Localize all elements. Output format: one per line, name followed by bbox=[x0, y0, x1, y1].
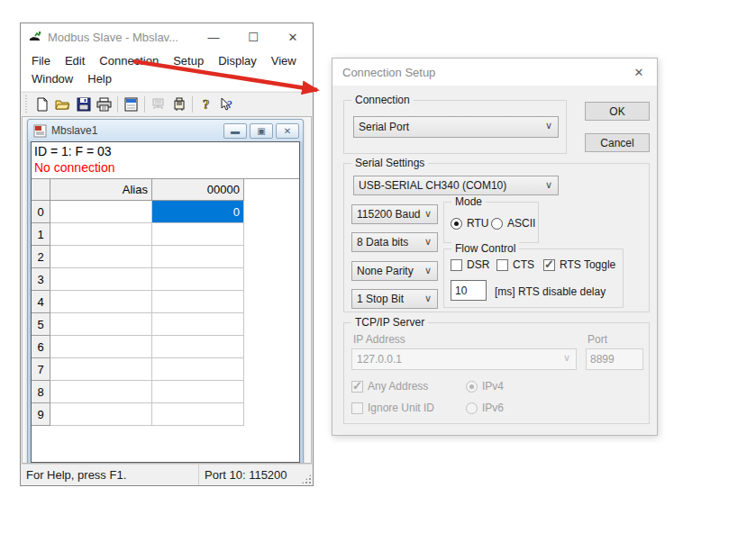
row-header[interactable]: 2 bbox=[32, 246, 50, 268]
row-header[interactable]: 4 bbox=[32, 291, 50, 313]
serial-port-dropdown[interactable]: USB-SERIAL CH340 (COM10) ∨ bbox=[353, 176, 559, 195]
alias-cell[interactable] bbox=[50, 381, 152, 403]
grid-row-2: 2 bbox=[32, 246, 299, 268]
mode-group: Mode RTU ASCII bbox=[443, 202, 539, 243]
help-button[interactable]: ? bbox=[196, 95, 216, 114]
value-cell[interactable] bbox=[152, 291, 244, 313]
alias-cell[interactable] bbox=[50, 336, 152, 358]
value-cell-selected[interactable]: 0 bbox=[152, 201, 244, 223]
value-cell[interactable] bbox=[152, 313, 244, 336]
ipv4-radio[interactable]: IPv4 bbox=[466, 380, 504, 393]
row-header[interactable]: 6 bbox=[32, 336, 50, 358]
ipv6-label: IPv6 bbox=[482, 402, 504, 414]
toolbar: ? ? bbox=[21, 92, 313, 116]
value-cell[interactable] bbox=[152, 223, 244, 246]
mbslave1-titlebar[interactable]: Mbslave1 ▬ ▣ ✕ bbox=[28, 120, 303, 141]
row-header[interactable]: 5 bbox=[32, 313, 50, 336]
menu-view[interactable]: View bbox=[264, 52, 304, 70]
grid-row-7: 7 bbox=[32, 358, 299, 381]
alias-cell[interactable] bbox=[50, 201, 152, 223]
menu-file[interactable]: File bbox=[24, 52, 58, 70]
menu-display[interactable]: Display bbox=[211, 52, 264, 70]
value-cell[interactable] bbox=[152, 336, 244, 358]
display-definition-button[interactable] bbox=[121, 95, 141, 114]
chevron-down-icon: ∨ bbox=[423, 236, 433, 248]
save-button[interactable] bbox=[73, 95, 94, 114]
cts-checkbox[interactable]: CTS bbox=[496, 258, 534, 271]
main-titlebar[interactable]: Modbus Slave - Mbslav... — ☐ ✕ bbox=[21, 23, 313, 50]
menu-edit[interactable]: Edit bbox=[58, 52, 92, 70]
doc-minimize-button[interactable]: ▬ bbox=[223, 123, 247, 139]
menu-connection[interactable]: Connection bbox=[92, 52, 166, 70]
ip-address-dropdown[interactable]: 127.0.0.1 ∨ bbox=[351, 348, 577, 370]
alias-cell[interactable] bbox=[50, 268, 152, 291]
cancel-button[interactable]: Cancel bbox=[585, 133, 650, 152]
doc-restore-button[interactable]: ▣ bbox=[250, 123, 273, 139]
ipv6-radio[interactable]: IPv6 bbox=[466, 402, 504, 414]
connection-type-dropdown[interactable]: Serial Port ∨ bbox=[353, 116, 559, 138]
open-file-button[interactable] bbox=[52, 95, 73, 114]
value-column-header[interactable]: 00000 bbox=[152, 179, 244, 201]
value-cell[interactable] bbox=[152, 246, 244, 268]
maximize-button[interactable]: ☐ bbox=[233, 23, 273, 50]
menu-setup[interactable]: Setup bbox=[166, 52, 211, 70]
ascii-radio[interactable]: ASCII bbox=[491, 217, 535, 230]
value-cell[interactable] bbox=[152, 403, 244, 426]
toolbar-grip bbox=[24, 95, 29, 113]
alias-cell[interactable] bbox=[50, 403, 152, 426]
row-header[interactable]: 8 bbox=[32, 381, 50, 403]
alias-column-header[interactable]: Alias bbox=[50, 179, 152, 201]
ok-button[interactable]: OK bbox=[585, 102, 650, 121]
svg-text:?: ? bbox=[203, 97, 210, 112]
print-button[interactable] bbox=[94, 95, 114, 114]
flow-control-group-label: Flow Control bbox=[451, 242, 519, 255]
stop-bits-dropdown[interactable]: 1 Stop Bit ∨ bbox=[351, 289, 438, 309]
doc-close-button[interactable]: ✕ bbox=[276, 123, 299, 139]
close-button[interactable]: ✕ bbox=[273, 23, 313, 50]
data-bits-value: 8 Data bits bbox=[357, 236, 408, 248]
ip-address-value: 127.0.0.1 bbox=[357, 353, 402, 366]
rts-delay-input[interactable]: 10 bbox=[451, 280, 487, 301]
poll-definition-icon bbox=[150, 97, 166, 112]
corner-header[interactable] bbox=[32, 179, 50, 201]
row-header[interactable]: 3 bbox=[32, 268, 50, 291]
context-help-button[interactable]: ? bbox=[216, 95, 237, 114]
desktop: Modbus Slave - Mbslav... — ☐ ✕ File Edit… bbox=[0, 0, 756, 533]
rts-toggle-checkbox[interactable]: RTS Toggle bbox=[543, 258, 615, 271]
rtu-radio[interactable]: RTU bbox=[451, 217, 488, 230]
row-header[interactable]: 7 bbox=[32, 358, 50, 381]
dialog-close-button[interactable]: ✕ bbox=[621, 59, 657, 86]
poll-definition-button[interactable] bbox=[148, 95, 169, 114]
value-cell[interactable] bbox=[152, 358, 244, 381]
dsr-checkbox[interactable]: DSR bbox=[451, 258, 489, 271]
rtu-radio-label: RTU bbox=[467, 217, 488, 230]
value-cell[interactable] bbox=[152, 268, 244, 291]
minimize-button[interactable]: — bbox=[194, 23, 233, 50]
alias-cell[interactable] bbox=[50, 313, 152, 336]
any-address-checkbox[interactable]: Any Address bbox=[351, 380, 428, 393]
alias-cell[interactable] bbox=[50, 291, 152, 313]
menu-help[interactable]: Help bbox=[80, 70, 119, 88]
mode-group-label: Mode bbox=[451, 195, 486, 208]
baud-rate-value: 115200 Baud bbox=[357, 208, 421, 221]
menu-window[interactable]: Window bbox=[24, 70, 80, 88]
row-header[interactable]: 9 bbox=[32, 403, 50, 426]
value-cell[interactable] bbox=[152, 381, 244, 403]
toolbar-separator bbox=[117, 96, 118, 113]
alias-cell[interactable] bbox=[50, 358, 152, 381]
ignore-unit-id-checkbox[interactable]: Ignore Unit ID bbox=[351, 402, 434, 414]
dsr-label: DSR bbox=[467, 258, 489, 271]
parity-dropdown[interactable]: None Parity ∨ bbox=[351, 261, 438, 281]
communication-button[interactable] bbox=[169, 95, 189, 114]
row-header[interactable]: 1 bbox=[32, 223, 50, 246]
alias-cell[interactable] bbox=[50, 246, 152, 268]
alias-cell[interactable] bbox=[50, 223, 152, 246]
resize-grip[interactable] bbox=[301, 474, 312, 484]
statusbar: For Help, press F1. Port 10: 115200 bbox=[21, 464, 313, 485]
dialog-titlebar[interactable]: Connection Setup ✕ bbox=[332, 59, 657, 86]
port-input[interactable]: 8899 bbox=[586, 348, 643, 370]
row-header[interactable]: 0 bbox=[32, 201, 50, 223]
new-file-button[interactable] bbox=[32, 95, 52, 114]
data-bits-dropdown[interactable]: 8 Data bits ∨ bbox=[351, 232, 438, 252]
baud-rate-dropdown[interactable]: 115200 Baud ∨ bbox=[351, 204, 438, 224]
